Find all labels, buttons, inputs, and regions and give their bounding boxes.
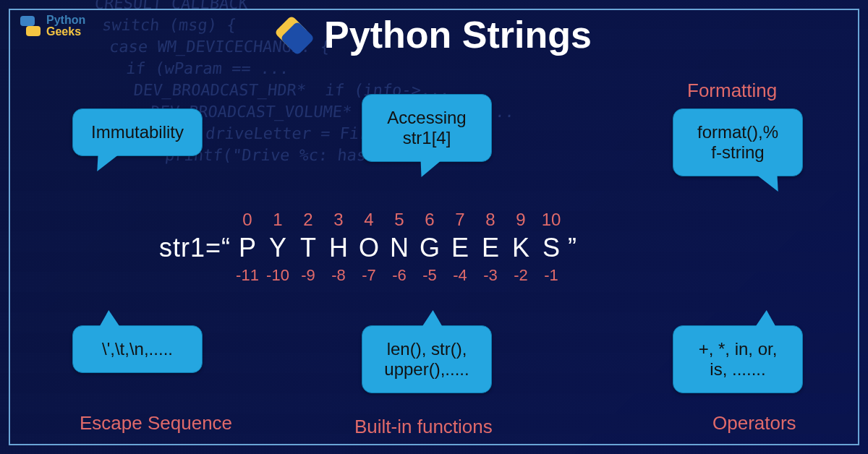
bubble-tail-icon xyxy=(416,310,444,329)
string-char: Y xyxy=(263,233,293,263)
python-logo-icon xyxy=(19,14,42,38)
pos-index: 9 xyxy=(506,210,536,230)
neg-index: -1 xyxy=(536,266,566,285)
pos-index: 1 xyxy=(263,210,293,230)
pos-index: 3 xyxy=(323,210,354,230)
title-text: Python Strings xyxy=(324,13,592,56)
neg-index: -7 xyxy=(354,266,384,285)
bubble-immutability: Immutability xyxy=(72,108,203,156)
neg-index: -8 xyxy=(323,266,354,285)
string-char: P xyxy=(232,233,263,263)
bubble-immutability-text: Immutability xyxy=(91,122,184,142)
bubble-tail-icon xyxy=(416,158,444,177)
string-char: S xyxy=(536,233,566,263)
pos-index: 8 xyxy=(475,210,506,230)
label-formatting: Formatting xyxy=(687,80,777,102)
neg-index: -10 xyxy=(263,266,293,285)
title-logo-icon xyxy=(276,17,311,52)
string-index-demo: 012345678910 str1=“ PYTHONGEEKS ” -11-10… xyxy=(159,210,709,285)
bubble-escape-text: \',\t,\n,..... xyxy=(102,339,173,359)
neg-index: -2 xyxy=(506,266,536,285)
brand-text: Python Geeks xyxy=(46,14,85,38)
string-char: N xyxy=(384,233,414,263)
string-char: E xyxy=(445,233,475,263)
pos-index: 4 xyxy=(354,210,384,230)
neg-index: -3 xyxy=(475,266,506,285)
bubble-tail-icon xyxy=(91,153,121,171)
bubble-formatting: format(),% f-string xyxy=(673,108,803,176)
neg-index: -6 xyxy=(384,266,414,285)
neg-index: -4 xyxy=(445,266,475,285)
string-prefix: str1=“ xyxy=(159,233,232,263)
pos-index: 6 xyxy=(414,210,445,230)
pos-index: 10 xyxy=(536,210,566,230)
brand-line2: Geeks xyxy=(46,26,85,38)
pos-index: 7 xyxy=(445,210,475,230)
bubble-operators: +, *, in, or, is, ....... xyxy=(673,325,803,393)
string-char: O xyxy=(354,233,384,263)
neg-index: -9 xyxy=(293,266,323,285)
string-chars: PYTHONGEEKS xyxy=(232,233,566,263)
bubble-tail-icon xyxy=(754,310,783,329)
pos-index: 5 xyxy=(384,210,414,230)
positive-index-row: 012345678910 xyxy=(159,210,709,230)
negative-index-row: -11-10-9-8-7-6-5-4-3-2-1 xyxy=(159,266,709,285)
diagram-area: Immutability Accessing str1[4] Formattin… xyxy=(0,72,868,440)
string-suffix: ” xyxy=(566,233,576,263)
bubble-tail-icon xyxy=(754,173,783,192)
neg-index: -5 xyxy=(414,266,445,285)
bubble-operators-text: +, *, in, or, is, ....... xyxy=(699,339,778,379)
label-operators: Operators xyxy=(712,412,796,434)
string-char: E xyxy=(475,233,506,263)
bubble-accessing: Accessing str1[4] xyxy=(362,94,492,162)
page-title: Python Strings xyxy=(276,13,592,56)
brand-line1: Python xyxy=(46,14,85,26)
bubble-builtins-text: len(), str(), upper(),..... xyxy=(384,339,469,379)
label-escape: Escape Sequence xyxy=(80,412,232,434)
string-row: str1=“ PYTHONGEEKS ” xyxy=(159,233,709,263)
string-char: G xyxy=(414,233,445,263)
brand-logo: Python Geeks xyxy=(19,14,85,38)
string-char: K xyxy=(506,233,536,263)
bubble-tail-icon xyxy=(91,310,121,329)
string-char: H xyxy=(323,233,354,263)
bubble-accessing-text: Accessing str1[4] xyxy=(387,108,466,147)
pos-index: 2 xyxy=(293,210,323,230)
neg-index: -11 xyxy=(232,266,263,285)
bubble-builtins: len(), str(), upper(),..... xyxy=(362,325,492,393)
string-char: T xyxy=(293,233,323,263)
label-builtins: Built-in functions xyxy=(354,416,493,438)
bubble-escape: \',\t,\n,..... xyxy=(72,325,203,373)
pos-index: 0 xyxy=(232,210,263,230)
bubble-formatting-text: format(),% f-string xyxy=(697,122,778,162)
